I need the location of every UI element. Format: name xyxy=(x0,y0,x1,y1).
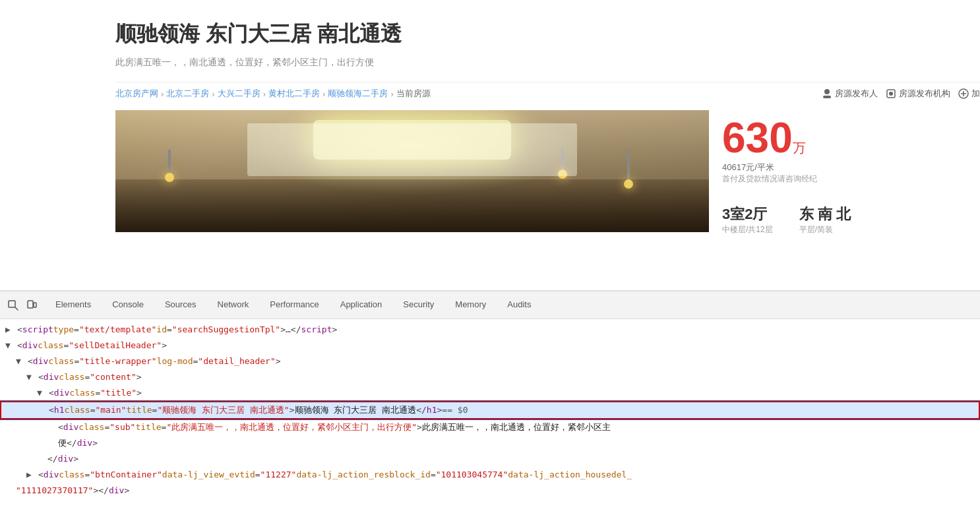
svg-rect-9 xyxy=(28,301,33,308)
price-unit: 万 xyxy=(793,139,806,157)
svg-line-8 xyxy=(15,307,18,310)
code-line-1: ▶ <script type="text/template" id="searc… xyxy=(0,322,980,338)
listing-title: 顺驰领海 东门大三居 南北通透 xyxy=(115,20,980,49)
expand-arrow-4[interactable]: ▼ xyxy=(26,371,37,384)
price-section: 630 万 40617元/平米 首付及贷款情况请咨询经纪 3室2厅 中楼层/共1… xyxy=(709,110,864,242)
org-icon: 房源发布机构 xyxy=(886,88,950,100)
breadcrumb-sep-5: › xyxy=(390,89,393,99)
svg-rect-1 xyxy=(823,96,831,98)
tab-performance[interactable]: Performance xyxy=(259,293,329,317)
room-info: 3室2厅 中楼层/共12层 xyxy=(722,204,773,235)
breadcrumb: 北京房产网 › 北京二手房 › 大兴二手房 › 黄村北二手房 › 顺驰领海二手房… xyxy=(115,82,980,100)
code-line-5: ▼ <div class="title" > xyxy=(0,385,980,401)
code-line-h1-selected[interactable]: <h1 class="main" title="顺驰领海 东门大三居 南北通透"… xyxy=(0,401,980,419)
breadcrumb-item-2[interactable]: 北京二手房 xyxy=(166,88,209,100)
add-icon: 加 xyxy=(958,88,980,100)
expand-arrow-1[interactable]: ▶ xyxy=(5,323,16,336)
house-info: 3室2厅 中楼层/共12层 东 南 北 平层/简装 xyxy=(722,204,851,235)
tab-security[interactable]: Security xyxy=(392,293,444,317)
listing-subtitle: 此房满五唯一，，南北通透，位置好，紧邻小区主门，出行方便 xyxy=(115,57,980,69)
price-display: 630 万 xyxy=(722,117,851,159)
tab-memory[interactable]: Memory xyxy=(444,293,497,317)
tab-console[interactable]: Console xyxy=(102,293,154,317)
expand-arrow-2[interactable]: ▼ xyxy=(5,339,16,352)
breadcrumb-item-5[interactable]: 顺驰领海二手房 xyxy=(328,88,388,100)
breadcrumb-item-3[interactable]: 大兴二手房 xyxy=(218,88,260,100)
tab-elements[interactable]: Elements xyxy=(45,293,102,317)
price-per-sqm: 40617元/平米 xyxy=(722,162,851,173)
price-note: 首付及贷款情况请咨询经纪 xyxy=(722,173,851,185)
inspect-icon[interactable] xyxy=(5,297,21,313)
tab-audits[interactable]: Audits xyxy=(497,293,541,317)
breadcrumb-current: 当前房源 xyxy=(396,88,431,100)
breadcrumb-sep-4: › xyxy=(322,89,325,99)
code-line-2: ▼ <div class="sellDetailHeader" > xyxy=(0,338,980,353)
expand-arrow-3[interactable]: ▼ xyxy=(16,355,26,368)
website-preview: 顺驰领海 东门大三居 南北通透 此房满五唯一，，南北通透，位置好，紧邻小区主门，… xyxy=(0,0,980,290)
breadcrumb-item-1[interactable]: 北京房产网 xyxy=(115,88,158,100)
code-line-btncontainer: ▶ <div class="btnContainer" data-lj_view… xyxy=(0,467,980,483)
page-content-area: 顺驰领海 东门大三居 南北通透 此房满五唯一，，南北通透，位置好，紧邻小区主门，… xyxy=(0,0,980,290)
price-value: 630 xyxy=(722,117,793,159)
expand-arrow-5[interactable]: ▼ xyxy=(37,386,47,400)
devtools-tabs-bar: Elements Console Sources Network Perform… xyxy=(0,291,980,319)
house-image xyxy=(115,110,709,232)
breadcrumb-sep-3: › xyxy=(263,89,266,99)
devtools-code-view: ▶ <script type="text/template" id="searc… xyxy=(0,319,980,521)
breadcrumb-sep-1: › xyxy=(161,89,164,99)
breadcrumb-item-4[interactable]: 黄村北二手房 xyxy=(268,88,320,100)
breadcrumb-sep-2: › xyxy=(212,89,214,99)
devtools-icon-buttons xyxy=(5,297,40,313)
code-line-4: ▼ <div class="content" > xyxy=(0,369,980,385)
image-price-row: 630 万 40617元/平米 首付及贷款情况请咨询经纪 3室2厅 中楼层/共1… xyxy=(115,110,980,242)
direction-info: 东 南 北 平层/简装 xyxy=(799,204,851,235)
svg-rect-7 xyxy=(9,301,15,307)
svg-point-0 xyxy=(824,89,830,94)
publisher-icon: 房源发布人 xyxy=(822,88,878,100)
code-line-sub-div: <div class="sub" title="此房满五唯一，，南北通透，位置好… xyxy=(0,419,980,435)
tab-sources[interactable]: Sources xyxy=(154,293,207,317)
expand-arrow-btn[interactable]: ▶ xyxy=(26,468,37,481)
tab-application[interactable]: Application xyxy=(330,293,393,317)
tab-network[interactable]: Network xyxy=(207,293,260,317)
code-line-sub-cont: 便</div> xyxy=(0,435,980,451)
code-line-btncontainer-cont: "1111027370117" ></div> xyxy=(0,483,980,499)
right-action-icons: 房源发布人 房源发布机构 加 xyxy=(822,88,980,100)
code-line-close-title: </div> xyxy=(0,451,980,467)
code-line-3: ▼ <div class="title-wrapper" log-mod="de… xyxy=(0,353,980,369)
device-icon[interactable] xyxy=(24,297,40,313)
svg-point-3 xyxy=(889,92,893,96)
svg-rect-10 xyxy=(34,303,36,307)
devtools-panel: Elements Console Sources Network Perform… xyxy=(0,290,980,521)
